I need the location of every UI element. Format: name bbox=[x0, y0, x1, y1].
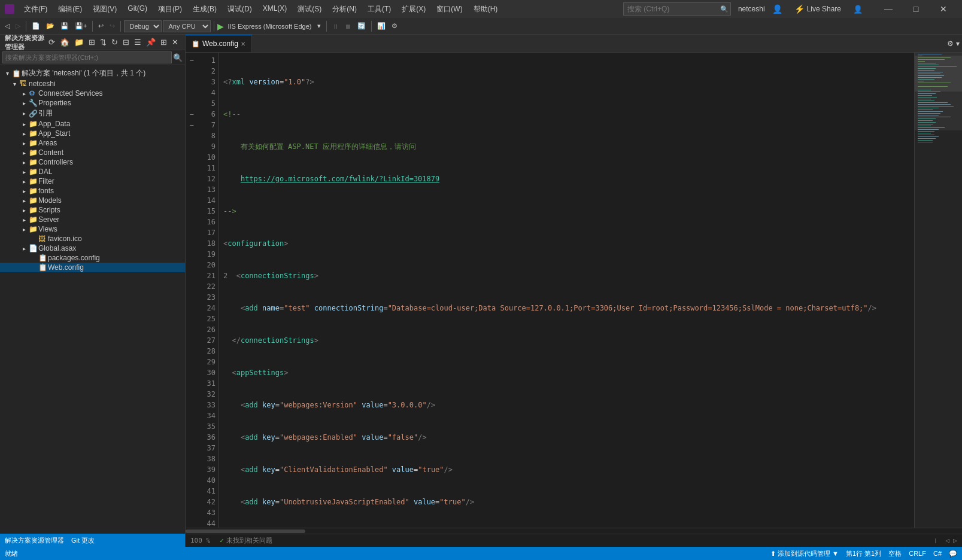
tree-areas[interactable]: ▸ 📁 Areas bbox=[0, 138, 185, 148]
status-feedback-icon[interactable]: 💬 bbox=[949, 549, 957, 558]
run-target-label[interactable]: IIS Express (Microsoft Edge) bbox=[225, 22, 314, 31]
collapse-btn-1[interactable]: − bbox=[186, 55, 198, 66]
line-numbers: 1 2 3 4 5 6 7 8 9 10 11 12 13 14 15 16 1… bbox=[198, 53, 219, 528]
tree-project-root[interactable]: ▾ 🏗 netceshi bbox=[0, 79, 185, 89]
tree-filter[interactable]: ▸ 📁 Filter bbox=[0, 176, 185, 186]
tree-references[interactable]: ▸ 🔗 引用 bbox=[0, 108, 185, 119]
sidebar-bottom-git-changes[interactable]: Git 更改 bbox=[71, 536, 95, 545]
menu-extensions[interactable]: 扩展(X) bbox=[397, 3, 430, 16]
platform-dropdown[interactable]: Any CPU bbox=[163, 20, 211, 32]
config2-icon[interactable]: ⚙ bbox=[389, 21, 400, 31]
menu-help[interactable]: 帮助(H) bbox=[469, 3, 503, 16]
maximize-button[interactable]: □ bbox=[902, 0, 930, 18]
live-share-button[interactable]: ⚡ Live Share bbox=[790, 3, 846, 15]
sidebar-pin-icon[interactable]: 📌 bbox=[144, 37, 157, 47]
horizontal-scrollbar[interactable] bbox=[186, 528, 962, 534]
collapse-btn-conn[interactable]: − bbox=[186, 120, 198, 130]
minimize-button[interactable]: — bbox=[875, 0, 902, 18]
tree-packages-config[interactable]: ▸ 📋 packages.config bbox=[0, 253, 185, 263]
tree-fonts[interactable]: ▸ 📁 fonts bbox=[0, 186, 185, 196]
sidebar-refresh-icon[interactable]: ↻ bbox=[110, 37, 120, 47]
properties-expand[interactable]: ▸ bbox=[19, 100, 29, 106]
code-content[interactable]: <?xml version="1.0"?> <!-- 有关如何配置 ASP.NE… bbox=[219, 53, 914, 528]
code-line-8: <add name="test" connectionString="Datab… bbox=[223, 303, 909, 314]
tree-web-config[interactable]: ▸ 📋 Web.config bbox=[0, 263, 185, 272]
menu-xml[interactable]: XML(X) bbox=[258, 3, 292, 16]
tree-app-data[interactable]: ▸ 📁 App_Data bbox=[0, 119, 185, 129]
connected-services-icon: ⚙ bbox=[29, 89, 38, 98]
scrollbar-thumb[interactable] bbox=[186, 529, 305, 533]
sidebar-home-icon[interactable]: 🏠 bbox=[58, 37, 71, 47]
tree-dal[interactable]: ▸ 📁 DAL bbox=[0, 167, 185, 176]
sidebar-dock-icon[interactable]: ⊞ bbox=[159, 37, 169, 47]
toolbar-save-all-icon[interactable]: 💾+ bbox=[72, 21, 89, 31]
references-expand[interactable]: ▸ bbox=[19, 110, 29, 117]
menu-window[interactable]: 窗口(W) bbox=[432, 3, 467, 16]
tab-web-config[interactable]: 📋 Web.config ✕ bbox=[186, 35, 252, 52]
toolbar-save-icon[interactable]: 💾 bbox=[58, 21, 71, 31]
tree-app-start[interactable]: ▸ 📁 App_Start bbox=[0, 129, 185, 138]
tree-connected-services[interactable]: ▸ ⚙ Connected Services bbox=[0, 89, 185, 98]
sidebar-settings-icon[interactable]: ☰ bbox=[132, 37, 143, 47]
status-line-col[interactable]: 第1行 第1列 bbox=[846, 549, 881, 558]
project-expand-icon[interactable]: ▾ bbox=[10, 81, 19, 87]
close-button[interactable]: ✕ bbox=[930, 0, 957, 18]
scrollbar-pos[interactable]: ◁ ▷ bbox=[945, 537, 957, 544]
zoom-level[interactable]: 100 % bbox=[190, 537, 210, 544]
tree-solution-root[interactable]: ▾ 📋 解决方案 'netceshi' (1 个项目，共 1 个) bbox=[0, 68, 185, 79]
sidebar-bottom-solution-explorer[interactable]: 解决方案资源管理器 bbox=[5, 536, 64, 545]
global-search-input[interactable] bbox=[623, 2, 731, 16]
sidebar-folder-icon[interactable]: 📁 bbox=[72, 37, 86, 47]
tree-properties[interactable]: ▸ 🔧 Properties bbox=[0, 98, 185, 108]
sidebar-filter-icon[interactable]: ⊞ bbox=[87, 37, 97, 47]
tree-views[interactable]: ▸ 📁 Views bbox=[0, 224, 185, 234]
tab-bar-dropdown-icon[interactable]: ▾ bbox=[956, 39, 960, 48]
tree-scripts[interactable]: ▸ 📁 Scripts bbox=[0, 205, 185, 215]
sidebar-close-icon[interactable]: ✕ bbox=[170, 37, 180, 47]
solution-expand-icon[interactable]: ▾ bbox=[2, 70, 12, 77]
title-bar-right: 🔍 netceshi 👤 ⚡ Live Share 👤 — □ ✕ bbox=[623, 0, 957, 18]
status-add-source[interactable]: ⬆ 添加到源代码管理 ▼ bbox=[770, 549, 839, 558]
tree-global-asax[interactable]: ▸ 📄 Global.asax bbox=[0, 244, 185, 253]
solution-search-icon[interactable]: 🔍 bbox=[173, 53, 183, 62]
tree-favicon[interactable]: ▸ 🖼 favicon.ico bbox=[0, 234, 185, 244]
status-lang[interactable]: C# bbox=[933, 549, 942, 558]
menu-edit[interactable]: 编辑(E) bbox=[53, 3, 87, 16]
debug-config-dropdown[interactable]: Debug bbox=[124, 20, 162, 32]
sidebar-collapse-icon[interactable]: ⊟ bbox=[121, 37, 131, 47]
connected-expand[interactable]: ▸ bbox=[19, 90, 29, 97]
toolbar-new-icon[interactable]: 📄 bbox=[29, 21, 43, 31]
account-icon[interactable]: 👤 bbox=[772, 4, 782, 14]
main-content: 解决方案资源管理器 ⟳ 🏠 📁 ⊞ ⇅ ↻ ⊟ ☰ 📌 ⊞ ✕ 🔍 bbox=[0, 35, 962, 547]
pause-icon: ⏸ bbox=[330, 22, 341, 31]
run-icon[interactable]: ▶ bbox=[217, 22, 224, 31]
menu-git[interactable]: Git(G) bbox=[123, 3, 152, 16]
tree-server[interactable]: ▸ 📁 Server bbox=[0, 215, 185, 224]
run-dropdown-icon[interactable]: ▾ bbox=[315, 21, 323, 31]
profile-icon[interactable]: 👤 bbox=[853, 5, 863, 14]
tab-web-config-close[interactable]: ✕ bbox=[241, 41, 245, 47]
menu-test[interactable]: 测试(S) bbox=[293, 3, 326, 16]
tree-controllers[interactable]: ▸ 📁 Controllers bbox=[0, 157, 185, 167]
toolbar-undo-icon[interactable]: ↩ bbox=[96, 21, 106, 31]
menu-tools[interactable]: 工具(T) bbox=[363, 3, 396, 16]
tree-content[interactable]: ▸ 📁 Content bbox=[0, 148, 185, 157]
diagnostic-icon[interactable]: 📊 bbox=[375, 21, 388, 31]
toolbar-back-icon[interactable]: ◁ bbox=[2, 21, 12, 31]
menu-project[interactable]: 项目(P) bbox=[153, 3, 187, 16]
menu-analyze[interactable]: 分析(N) bbox=[327, 3, 362, 16]
solution-search-input[interactable] bbox=[2, 51, 172, 63]
tab-bar-settings-icon[interactable]: ⚙ bbox=[947, 39, 954, 48]
menu-file[interactable]: 文件(F) bbox=[19, 3, 52, 16]
status-encoding[interactable]: CRLF bbox=[909, 549, 926, 558]
collapse-btn-config[interactable]: − bbox=[186, 109, 198, 120]
menu-debug[interactable]: 调试(D) bbox=[223, 3, 257, 16]
tree-models[interactable]: ▸ 📁 Models bbox=[0, 196, 185, 205]
code-line-10: <appSettings> bbox=[223, 367, 909, 378]
status-spaces[interactable]: 空格 bbox=[888, 549, 902, 558]
menu-build[interactable]: 生成(B) bbox=[188, 3, 221, 16]
toolbar-open-icon[interactable]: 📂 bbox=[44, 21, 57, 31]
sidebar-sync-icon[interactable]: ⟳ bbox=[47, 37, 57, 47]
menu-view[interactable]: 视图(V) bbox=[88, 3, 122, 16]
sidebar-sort-icon[interactable]: ⇅ bbox=[98, 37, 108, 47]
